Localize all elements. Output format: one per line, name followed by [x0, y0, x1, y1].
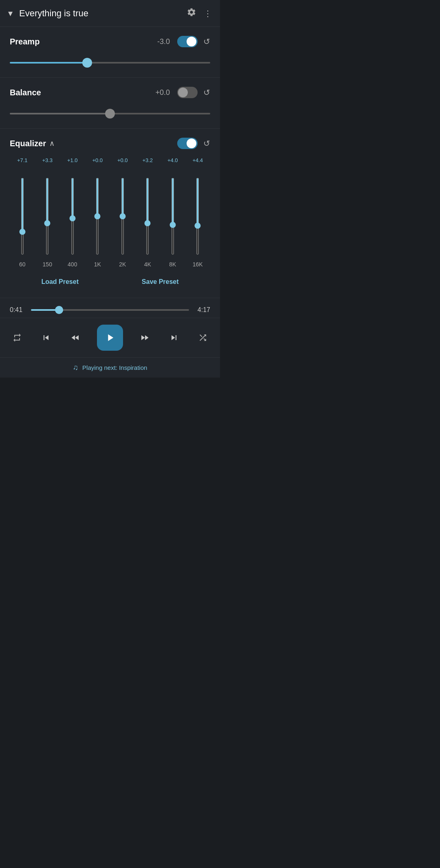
eq-freq-1: 150 [37, 261, 57, 268]
equalizer-section: Equalizer ∧ ↺ +7.1 +3.3 +1.0 +0.0 +0.0 +… [0, 129, 220, 298]
eq-band-wrapper-3 [94, 176, 101, 257]
eq-toggle[interactable] [177, 138, 198, 149]
balance-value: +0.0 [155, 88, 170, 97]
eq-band-wrapper-0 [19, 176, 26, 257]
skip-previous-button[interactable] [39, 330, 53, 345]
eq-band-0 [12, 176, 33, 257]
shuffle-button[interactable] [196, 330, 210, 345]
balance-toggle[interactable] [177, 87, 198, 98]
eq-band-slider-2[interactable] [71, 178, 74, 255]
eq-band-slider-4[interactable] [121, 178, 124, 255]
eq-band-wrapper-5 [144, 176, 151, 257]
repeat-button[interactable] [10, 330, 24, 345]
eq-freq-0: 60 [12, 261, 33, 268]
eq-band-slider-6[interactable] [172, 178, 174, 255]
eq-val-2: +1.0 [62, 157, 83, 163]
eq-band-slider-7[interactable] [196, 178, 199, 255]
rewind-button[interactable] [68, 330, 83, 345]
settings-icon[interactable] [187, 7, 196, 19]
eq-freq-4: 2K [112, 261, 133, 268]
song-title: Everything is true [19, 8, 187, 19]
balance-reset-icon[interactable]: ↺ [203, 88, 210, 97]
controls-section [0, 318, 220, 358]
eq-freq-3: 1K [87, 261, 108, 268]
collapse-icon[interactable]: ▾ [8, 8, 13, 19]
eq-val-6: +4.0 [163, 157, 183, 163]
load-preset-button[interactable]: Load Preset [33, 275, 87, 289]
balance-section: Balance +0.0 ↺ [0, 78, 220, 129]
eq-reset-icon[interactable]: ↺ [203, 138, 210, 148]
eq-band-wrapper-1 [44, 176, 51, 257]
eq-val-1: +3.3 [37, 157, 57, 163]
eq-band-4 [112, 176, 133, 257]
eq-band-5 [137, 176, 158, 257]
eq-freq-2: 400 [62, 261, 83, 268]
eq-header: Equalizer ∧ ↺ [10, 138, 210, 149]
eq-toggle-knob [187, 138, 196, 148]
eq-band-slider-0[interactable] [21, 178, 24, 255]
eq-val-3: +0.0 [87, 157, 108, 163]
eq-expand-icon[interactable]: ∧ [49, 139, 55, 148]
more-icon[interactable]: ⋮ [204, 9, 212, 18]
eq-sliders [10, 167, 210, 257]
skip-next-button[interactable] [167, 330, 181, 345]
eq-freq-7: 16K [187, 261, 208, 268]
preamp-reset-icon[interactable]: ↺ [203, 37, 210, 46]
preamp-value: -3.0 [157, 37, 170, 46]
progress-section: 0:41 4:17 [0, 298, 220, 318]
eq-band-slider-5[interactable] [146, 178, 149, 255]
save-preset-button[interactable]: Save Preset [134, 275, 187, 289]
eq-val-4: +0.0 [112, 157, 133, 163]
eq-band-slider-3[interactable] [96, 178, 99, 255]
preamp-section: Preamp -3.0 ↺ [0, 27, 220, 78]
eq-val-0: +7.1 [12, 157, 33, 163]
eq-band-3 [87, 176, 108, 257]
balance-slider[interactable] [10, 113, 210, 114]
play-button[interactable] [97, 325, 123, 351]
header: ▾ Everything is true ⋮ [0, 0, 220, 27]
preset-row: Load Preset Save Preset [10, 275, 210, 289]
preamp-toggle[interactable] [177, 36, 198, 47]
now-playing-icon: ♫ [73, 363, 79, 372]
balance-header: Balance +0.0 ↺ [10, 87, 210, 98]
fast-forward-button[interactable] [137, 330, 152, 345]
preamp-label: Preamp [10, 37, 157, 46]
eq-band-6 [163, 176, 183, 257]
eq-freq-6: 8K [163, 261, 183, 268]
eq-band-wrapper-2 [69, 176, 76, 257]
header-actions: ⋮ [187, 7, 212, 19]
progress-slider[interactable] [31, 309, 189, 311]
eq-values-row: +7.1 +3.3 +1.0 +0.0 +0.0 +3.2 +4.0 +4.4 [10, 157, 210, 163]
current-time: 0:41 [10, 306, 26, 314]
now-playing-bar: ♫ Playing next: Inspiration [0, 358, 220, 378]
eq-band-7 [187, 176, 208, 257]
eq-band-1 [37, 176, 57, 257]
eq-band-wrapper-6 [169, 176, 176, 257]
preamp-slider[interactable] [10, 62, 210, 64]
controls-row [10, 325, 210, 351]
preamp-toggle-knob [187, 37, 196, 46]
eq-band-wrapper-7 [194, 176, 201, 257]
balance-slider-container [10, 105, 210, 119]
eq-freq-5: 4K [137, 261, 158, 268]
eq-band-2 [62, 176, 83, 257]
total-time: 4:17 [194, 306, 210, 314]
now-playing-text: Playing next: Inspiration [82, 364, 147, 371]
eq-freq-row: 60 150 400 1K 2K 4K 8K 16K [10, 261, 210, 268]
balance-label: Balance [10, 88, 155, 97]
eq-label: Equalizer [10, 139, 46, 148]
balance-toggle-knob [178, 88, 188, 97]
eq-val-5: +3.2 [137, 157, 158, 163]
eq-band-slider-1[interactable] [46, 178, 48, 255]
eq-val-7: +4.4 [187, 157, 208, 163]
eq-band-wrapper-4 [119, 176, 126, 257]
preamp-slider-container [10, 55, 210, 68]
preamp-header: Preamp -3.0 ↺ [10, 36, 210, 47]
progress-row: 0:41 4:17 [10, 306, 210, 314]
